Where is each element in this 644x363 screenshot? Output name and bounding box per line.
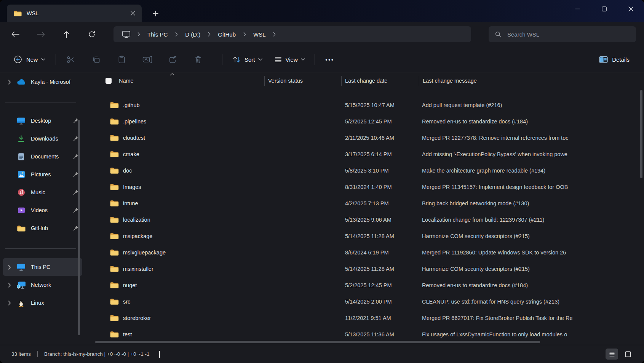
sidebar-item-desktop[interactable]: Desktop [3,112,82,130]
breadcrumb-github[interactable]: GitHub [216,30,237,39]
chevron-down-icon [300,58,305,61]
table-row[interactable]: msipackage 5/14/2025 11:28 AM Harmonize … [95,228,644,244]
table-row[interactable]: .github 5/15/2025 10:47 AM Add pull requ… [95,97,644,113]
table-row[interactable]: msixgluepackage 8/6/2024 6:19 PM Merged … [95,244,644,261]
table-row[interactable]: intune 4/2/2025 7:13 PM Bring back bridg… [95,195,644,211]
file-explorer-window: WSL This PC D (D:) GitHub WSL [0,0,644,363]
cut-button[interactable] [62,52,78,67]
sidebar-divider [5,102,76,102]
last-change-date-cell: 5/14/2025 11:28 AM [341,233,419,239]
breadcrumb-drive-d[interactable]: D (D:) [184,30,202,39]
sidebar-item-label: Pictures [31,171,72,178]
folder-icon [110,314,119,321]
select-all-checkbox[interactable] [105,78,112,84]
file-name: cmake [123,151,139,157]
file-name: nuget [123,282,137,288]
refresh-button[interactable] [83,27,100,42]
up-button[interactable] [58,27,75,42]
sidebar-item-music[interactable]: Music [3,184,82,201]
table-row[interactable]: cloudtest 2/11/2025 10:46 AM Merged PR 1… [95,130,644,146]
new-button[interactable]: New [9,52,49,67]
details-view-button[interactable] [606,349,618,360]
last-change-message-cell: Removed en-us to standardize docs (#184) [419,282,609,288]
folder-icon [110,167,119,174]
sidebar-scrollbar[interactable] [78,120,80,335]
close-button[interactable] [617,0,644,18]
sidebar-item-label: GitHub [31,225,72,231]
column-header-name[interactable]: Name [95,72,264,89]
column-header-label: Version status [268,78,303,84]
tab-close-button[interactable] [128,8,138,18]
sidebar-item-pictures[interactable]: Pictures [3,166,82,183]
plus-icon [153,11,158,16]
maximize-button[interactable] [591,0,617,18]
thumbnail-view-button[interactable] [622,349,634,360]
paste-button[interactable] [113,52,129,67]
search-input[interactable] [507,31,630,38]
monitor-icon [122,30,131,38]
folder-icon [110,232,119,240]
share-button[interactable] [165,52,181,67]
sort-button[interactable]: Sort [229,53,265,66]
table-row[interactable]: storebroker 11/2/2021 9:51 AM Merged PR … [95,310,644,326]
last-change-date-cell: 5/13/2025 11:36 AM [341,331,419,337]
folder-icon [110,281,119,289]
sidebar-divider [5,248,76,249]
last-change-date-cell: 11/2/2021 9:51 AM [341,315,419,321]
horizontal-scrollbar[interactable] [95,341,540,343]
address-bar[interactable]: This PC D (D:) GitHub WSL [113,26,471,42]
view-lines-icon [275,56,282,63]
last-change-message-cell: Make the architecture graph more readabl… [419,168,609,174]
table-row[interactable]: cmake 3/17/2025 6:14 PM Add missing '-Ex… [95,146,644,162]
column-header-version-status[interactable]: Version status [264,72,341,89]
statusbar-divider [37,351,38,357]
table-row[interactable]: Images 8/31/2024 1:40 PM Merged PR 11345… [95,179,644,195]
folder-icon [110,118,119,125]
last-change-date-cell: 5/8/2025 3:10 PM [341,168,419,174]
sidebar-item-onedrive[interactable]: Kayla - Microsof [3,73,82,91]
sidebar-item-documents[interactable]: Documents [3,148,82,165]
file-name: cloudtest [123,135,145,141]
table-row[interactable]: src 5/14/2025 2:00 PM CLEANUP: use std::… [95,293,644,310]
sidebar-item-github[interactable]: GitHub [3,219,82,237]
vertical-scrollbar[interactable] [640,90,642,178]
folder-icon [110,101,119,109]
last-change-message-cell: Localization change from build: 12239730… [419,217,609,223]
new-tab-button[interactable] [149,7,161,19]
delete-button[interactable] [190,52,206,67]
table-row[interactable]: nuget 5/2/2025 12:45 PM Removed en-us to… [95,277,644,293]
column-header-label: Last change date [345,78,387,84]
forward-button[interactable] [32,27,49,42]
breadcrumb-this-pc[interactable]: This PC [146,30,169,39]
see-more-button[interactable]: ••• [321,56,338,63]
file-name: localization [123,217,150,223]
view-button[interactable]: View [271,53,308,66]
pictures-icon [16,171,26,178]
column-header-last-change-message[interactable]: Last change message [419,72,644,89]
sidebar-item-downloads[interactable]: Downloads [3,130,82,147]
table-row[interactable]: .pipelines 5/2/2025 12:45 PM Removed en-… [95,113,644,130]
sidebar-item-network[interactable]: Network [3,276,82,294]
last-change-date-cell: 8/6/2024 6:19 PM [341,249,419,256]
rename-button[interactable] [139,52,155,67]
linux-icon [16,299,26,307]
back-button[interactable] [7,27,24,42]
sidebar-item-this-pc[interactable]: This PC [3,258,82,276]
sidebar-item-linux[interactable]: Linux [3,294,82,312]
sidebar-item-label: This PC [31,264,82,270]
music-icon [16,189,26,196]
breadcrumb-wsl[interactable]: WSL [252,30,267,39]
copy-button[interactable] [88,52,104,67]
table-row[interactable]: test 5/13/2025 11:36 AM Fix usages of Lx… [95,326,644,342]
details-button[interactable]: Details [595,53,633,66]
table-row[interactable]: doc 5/8/2025 3:10 PM Make the architectu… [95,162,644,179]
table-row[interactable]: msixinstaller 5/14/2025 11:28 AM Harmoni… [95,261,644,277]
table-row[interactable]: localization 5/13/2025 9:06 AM Localizat… [95,211,644,228]
chevron-right-icon [3,80,16,85]
search-box[interactable] [489,26,636,42]
minimize-button[interactable] [564,0,591,18]
column-header-last-change-date[interactable]: Last change date [341,72,419,89]
toolbar-divider [315,54,315,65]
tab-wsl[interactable]: WSL [7,5,142,22]
sidebar-item-videos[interactable]: Videos [3,201,82,219]
